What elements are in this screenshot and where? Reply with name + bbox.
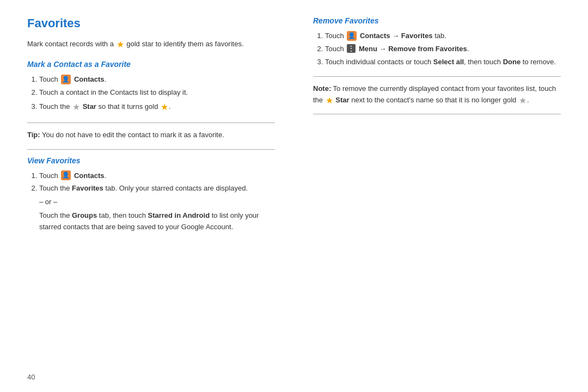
tip-label: Tip: (27, 131, 40, 139)
remove-step-3: Touch individual contacts or touch Selec… (325, 57, 561, 68)
contacts-icon-1 (61, 75, 71, 84)
view-step-1: Touch Contacts. (39, 170, 275, 182)
intro-text2: gold star to identify them as favorites. (126, 40, 243, 48)
groups-text: Touch the Groups tab, then touch Starred… (39, 210, 275, 233)
mark-step-2: Touch a contact in the Contacts list to … (39, 87, 275, 99)
content-area: Favorites Mark contact records with a ★ … (27, 16, 561, 376)
gold-star-icon-2: ★ (161, 100, 168, 114)
favorites-label: Favorites (72, 184, 103, 192)
menu-label: Menu (359, 45, 377, 53)
view-favorites-section: View Favorites Touch Contacts. Touch the… (27, 156, 275, 233)
mark-step-1: Touch Contacts. (39, 74, 275, 85)
remove-favorites-section: Remove Favorites Touch Contacts → Favori… (313, 16, 561, 68)
note-label: Note: (313, 84, 331, 93)
mark-contact-title: Mark a Contact as a Favorite (27, 60, 275, 69)
remove-favorites-steps: Touch Contacts → Favorites tab. Touch Me… (325, 30, 561, 68)
done-label: Done (503, 58, 521, 66)
or-text: – or – (39, 197, 57, 208)
page: Favorites Mark contact records with a ★ … (0, 0, 588, 392)
gold-star-icon: ★ (117, 38, 124, 51)
contacts-label-2: Contacts (74, 171, 105, 180)
intro-text1: Mark contact records with a (27, 40, 114, 48)
starred-android-label: Starred in Android (148, 211, 210, 219)
contacts-icon-3 (347, 31, 357, 41)
note-text: Note: To remove the currently displayed … (313, 84, 556, 104)
contacts-label-3: Contacts (360, 32, 390, 40)
tip-box: Tip: You do not have to edit the contact… (27, 130, 275, 140)
right-column: Remove Favorites Touch Contacts → Favori… (308, 16, 561, 376)
note-box: Note: To remove the currently displayed … (313, 83, 561, 107)
divider-1 (27, 122, 275, 123)
mark-step-3: Touch the ★ Star so that it turns gold ★… (39, 100, 275, 114)
page-title: Favorites (27, 16, 275, 30)
grey-star-icon-2: ★ (519, 94, 526, 107)
groups-label: Groups (72, 211, 97, 219)
favorites-tab-label: Favorites (401, 32, 433, 40)
star-label-2: Star (335, 96, 349, 104)
contacts-label-1: Contacts (74, 75, 105, 83)
mark-contact-section: Mark a Contact as a Favorite Touch Conta… (27, 60, 275, 114)
left-column: Favorites Mark contact records with a ★ … (27, 16, 286, 376)
tip-text: Tip: You do not have to edit the contact… (27, 131, 224, 139)
view-favorites-steps: Touch Contacts. Touch the Favorites tab.… (39, 170, 275, 233)
remove-favorites-title: Remove Favorites (313, 16, 561, 25)
view-step-2: Touch the Favorites tab. Only your starr… (39, 183, 275, 232)
intro-text: Mark contact records with a ★ gold star … (27, 38, 275, 51)
view-favorites-title: View Favorites (27, 156, 275, 165)
star-label: Star (83, 102, 96, 111)
page-number: 40 (27, 373, 35, 381)
mark-contact-steps: Touch Contacts. Touch a contact in the C… (39, 74, 275, 114)
remove-step-1: Touch Contacts → Favorites tab. (325, 30, 561, 42)
divider-3 (313, 76, 561, 77)
menu-icon (347, 44, 356, 53)
remove-from-favorites-label: Remove from Favorites (388, 45, 467, 53)
select-all-label: Select all (433, 58, 464, 66)
grey-star-icon: ★ (72, 100, 80, 114)
divider-2 (27, 149, 275, 150)
contacts-icon-2 (61, 170, 71, 180)
divider-4 (313, 114, 561, 114)
remove-step-2: Touch Menu → Remove from Favorites. (325, 44, 561, 55)
gold-star-icon-3: ★ (326, 94, 333, 107)
